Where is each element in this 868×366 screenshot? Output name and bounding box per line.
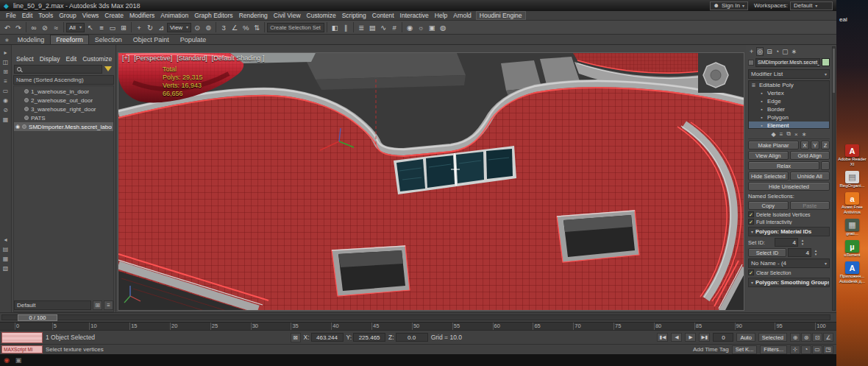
selection-lock-icon[interactable]: ⊠ [291, 333, 301, 342]
viewport-pov-label[interactable]: [Perspective] [134, 54, 172, 62]
make-planar-z-button[interactable]: Z [821, 141, 830, 149]
explorer-footer-icon[interactable]: ≡ [104, 300, 113, 310]
object-name-field[interactable]: SMDImporter.Mesh.secret_laborato [755, 58, 820, 67]
explorer-toolbar-icon[interactable]: ⊘ [1, 105, 10, 114]
selection-filter-dropdown[interactable]: All ▾ [66, 23, 85, 32]
menu-scripting[interactable]: Scripting [339, 12, 369, 19]
timeline-tick[interactable]: 85 [694, 323, 702, 330]
timeline-tick[interactable]: 100 [815, 323, 826, 330]
timeline-tick[interactable]: 95 [775, 323, 782, 330]
field-of-view-icon[interactable]: ∠ [823, 333, 833, 342]
menu-edit[interactable]: Edit [19, 12, 36, 19]
ribbon-tab-selection[interactable]: Selection [90, 35, 127, 44]
select-and-manipulate-icon[interactable]: ⊚ [203, 22, 213, 33]
viewport-layout-icon[interactable]: ▦ [1, 254, 10, 263]
snaps-toggle-icon[interactable]: 3 [218, 22, 229, 33]
timeline-tick[interactable]: 75 [613, 323, 621, 330]
unlink-selection-icon[interactable]: ⊘ [40, 22, 50, 33]
subobject-level-element[interactable]: ▪Element [749, 122, 829, 129]
percent-snap-icon[interactable]: % [241, 22, 251, 33]
explorer-toolbar-icon[interactable]: ⊞ [1, 67, 10, 76]
timeline-tick[interactable]: 80 [654, 323, 661, 330]
select-and-rotate-icon[interactable]: ↻ [145, 22, 155, 33]
rendered-frame-window-icon[interactable]: ▣ [427, 22, 437, 33]
ribbon-toggle-icon[interactable]: ▤ [367, 22, 377, 33]
select-id-button[interactable]: Select ID [748, 248, 786, 257]
show-end-result-icon[interactable]: ≡ [780, 131, 783, 138]
previous-frame-button[interactable]: ◀ [671, 333, 682, 342]
explorer-sort-header[interactable]: Name (Sorted Ascending) [13, 75, 114, 85]
zoom-icon[interactable]: ⊕ [790, 333, 800, 342]
zoom-all-icon[interactable]: ⊛ [801, 333, 811, 342]
search-input[interactable] [14, 65, 102, 74]
menu-graph-editors[interactable]: Graph Editors [191, 12, 235, 19]
explorer-item[interactable]: PATS [14, 113, 113, 122]
taskbar-icon[interactable]: ◉ [4, 356, 10, 364]
smoothing-groups-rollout-header[interactable]: ▾ Polygon: Smoothing Groups [748, 278, 830, 287]
motion-tab-icon[interactable]: ◔ [775, 48, 779, 55]
x-coordinate-field[interactable]: 463.244 [311, 333, 344, 342]
zoom-extents-icon[interactable]: ⊡ [812, 333, 822, 342]
timeline-tick[interactable]: 40 [331, 323, 338, 330]
pin-stack-icon[interactable]: ◆ [772, 131, 776, 138]
grid-align-button[interactable]: Grid Align [790, 151, 830, 160]
modifier-stack-root[interactable]: ≣Editable Poly [749, 81, 829, 89]
viewport-menu-plus[interactable]: [+] [122, 54, 129, 62]
zoom-region-icon[interactable]: ▭ [812, 345, 822, 354]
ribbon-tab-freeform[interactable]: Freeform [50, 35, 89, 44]
delete-isolated-vertices-checkbox[interactable]: ✓ [748, 211, 754, 217]
reference-coordinate-dropdown[interactable]: View ▾ [167, 23, 191, 32]
timeline-tick[interactable]: 10 [89, 323, 96, 330]
layer-manager-icon[interactable]: ≣ [356, 22, 366, 33]
timeline-tick[interactable]: 5 [52, 323, 57, 330]
desktop-icon[interactable]: AAdobe Reader XI [836, 144, 868, 167]
explorer-menu-select[interactable]: Select [13, 55, 37, 63]
desktop-icon[interactable]: ▤RegOrgani... [836, 171, 868, 189]
viewport-scene[interactable] [118, 53, 744, 311]
add-time-tag[interactable]: Add Time Tag [693, 346, 729, 353]
viewport-layout-icon[interactable]: ◂ [1, 235, 10, 244]
explorer-item[interactable]: 1_warehouse_in_door [14, 87, 113, 96]
workspaces-dropdown[interactable]: Default ▾ [790, 1, 833, 10]
desktop-icon[interactable]: AПриложен... Autodesk д... [836, 261, 868, 284]
eye-icon[interactable]: ◉ [15, 124, 20, 130]
explorer-menu-customize[interactable]: Customize [79, 55, 115, 63]
render-setup-icon[interactable]: ☼ [416, 22, 426, 33]
explorer-menu-edit[interactable]: Edit [63, 55, 80, 63]
spinner-down-icon[interactable]: ▾ [802, 242, 804, 246]
relax-settings-button[interactable] [821, 161, 830, 170]
menu-interactive[interactable]: Interactive [397, 12, 432, 19]
copy-button[interactable]: Copy [748, 201, 789, 210]
explorer-toolbar-icon[interactable]: ▦ [1, 115, 10, 124]
full-interactivity-checkbox[interactable]: ✓ [748, 219, 754, 225]
material-editor-icon[interactable]: ◉ [405, 22, 415, 33]
subobject-level-vertex[interactable]: ▪Vertex [749, 89, 829, 97]
menu-arnold[interactable]: Arnold [450, 12, 474, 19]
hierarchy-tab-icon[interactable]: ⊟ [766, 48, 772, 55]
window-crossing-icon[interactable]: ⊞ [118, 22, 129, 33]
viewport-canvas[interactable]: [+] [Perspective] [Standard] [Default Sh… [118, 52, 744, 311]
roof-opening[interactable] [557, 211, 639, 262]
maximize-viewport-icon[interactable]: ◳ [823, 345, 833, 354]
menu-views[interactable]: Views [79, 12, 102, 19]
menu-tools[interactable]: Tools [35, 12, 56, 19]
y-coordinate-field[interactable]: 225.465 [353, 333, 385, 342]
time-slider-handle[interactable]: 0 / 100 [18, 314, 57, 321]
undo-icon[interactable]: ↶ [2, 22, 13, 33]
timeline-tick[interactable]: 50 [412, 323, 419, 330]
material-ids-rollout-header[interactable]: ▾ Polygon: Material IDs [748, 227, 830, 236]
ribbon-tab-modeling[interactable]: Modeling [13, 35, 50, 44]
schematic-view-icon[interactable]: # [389, 22, 399, 33]
auto-key-button[interactable]: Auto [736, 333, 755, 342]
menu-civil-view[interactable]: Civil View [271, 12, 304, 19]
select-by-name-icon[interactable]: ≡ [96, 22, 107, 33]
modify-tab-icon[interactable]: ◎ [756, 47, 764, 56]
pan-icon[interactable]: ⊹ [790, 345, 800, 354]
menu-modifiers[interactable]: Modifiers [127, 12, 157, 19]
max-logo-icon[interactable]: ◆ [4, 2, 9, 10]
rectangular-selection-icon[interactable]: ▭ [107, 22, 118, 33]
subobject-level-edge[interactable]: ▪Edge [749, 97, 829, 105]
relax-button[interactable]: Relax [748, 161, 819, 170]
explorer-menu-display[interactable]: Display [37, 55, 63, 63]
render-production-icon[interactable]: ◍ [438, 22, 448, 33]
